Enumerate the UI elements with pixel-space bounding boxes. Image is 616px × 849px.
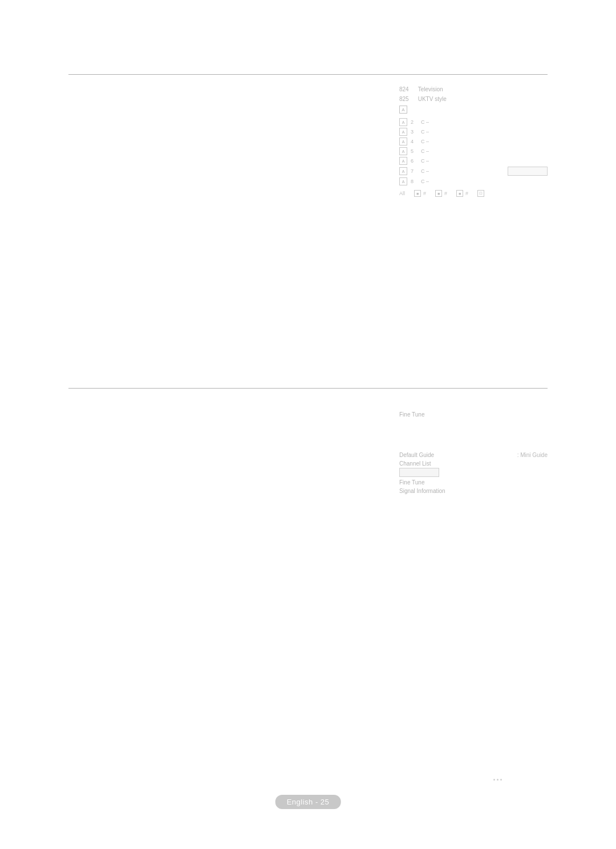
- channel-row-6: A 6 C –: [399, 157, 548, 165]
- toolbar-label-3: #: [465, 191, 468, 196]
- channel-name-uktv: UKTV style: [418, 96, 447, 102]
- channel-row-2: A 2 C –: [399, 118, 548, 126]
- channel-label-6: C –: [421, 158, 429, 164]
- toolbar-label-1: #: [423, 191, 426, 196]
- icon-a-box: A: [399, 106, 407, 114]
- fine-tune-menu-item: Fine Tune: [399, 479, 548, 486]
- channel-num-4: 4: [411, 139, 418, 144]
- fine-tune-menu-label: Fine Tune: [399, 479, 424, 486]
- menu-items: Default Guide : Mini Guide Channel List …: [399, 452, 548, 494]
- dot-2: [497, 779, 499, 781]
- channel-icon-6: A: [399, 157, 407, 165]
- toolbar-item-1: ■ #: [414, 190, 426, 197]
- channel-825: 825: [399, 96, 409, 102]
- channel-number-824: 824: [399, 86, 409, 92]
- channel-num-8: 8: [411, 179, 418, 184]
- channel-input-7[interactable]: [508, 167, 548, 176]
- default-guide-row: Default Guide : Mini Guide: [399, 452, 548, 458]
- bottom-divider: [68, 388, 548, 389]
- channel-header-2: 825 UKTV style: [399, 96, 548, 102]
- toolbar-icon-1: ■: [414, 190, 421, 197]
- top-section: 824 Television 825 UKTV style A: [68, 74, 548, 197]
- toolbar-icon-2: ■: [435, 190, 442, 197]
- channel-num-2: 2: [411, 119, 418, 125]
- channel-icon-5: A: [399, 147, 407, 155]
- channel-label-4: C –: [421, 139, 429, 144]
- channel-824: 824: [399, 86, 409, 92]
- bottom-toolbar: All ■ # ■ # ■ # ⊡: [399, 190, 548, 197]
- channel-list-input[interactable]: [399, 468, 439, 477]
- channel-rows: A 2 C – A 3 C – A 4 C –: [399, 118, 548, 185]
- default-guide-label: Default Guide: [399, 452, 434, 458]
- channel-icon-2: A: [399, 118, 407, 126]
- toolbar-icon-3: ■: [456, 190, 463, 197]
- page: 824 Television 825 UKTV style A: [0, 0, 616, 849]
- bottom-right-panel: Fine Tune Default Guide : Mini Guide Cha…: [399, 411, 548, 496]
- channel-label-7: C –: [421, 168, 429, 174]
- channel-icon-3: A: [399, 128, 407, 136]
- channel-row-8: A 8 C –: [399, 177, 548, 185]
- toolbar-item-2: ■ #: [435, 190, 447, 197]
- channel-row-7: A 7 C –: [399, 167, 548, 176]
- channel-icon-7: A: [399, 167, 407, 175]
- channel-label-8: C –: [421, 179, 429, 184]
- top-divider: [68, 74, 548, 75]
- signal-info-menu-item: Signal Information: [399, 488, 548, 494]
- channel-list-row: Channel List: [399, 460, 548, 477]
- channel-row-3: A 3 C –: [399, 128, 548, 136]
- channel-num-5: 5: [411, 148, 418, 154]
- channel-num-3: 3: [411, 129, 418, 135]
- channel-label-3: C –: [421, 129, 429, 135]
- toolbar-item-4: ⊡: [477, 190, 484, 197]
- bottom-decoration: [493, 779, 502, 781]
- channel-name-tv: Television: [418, 86, 443, 92]
- toolbar-all: All: [399, 191, 405, 196]
- icon-a-label: A: [402, 107, 404, 112]
- fine-tune-top-label: Fine Tune: [399, 411, 548, 418]
- page-badge: English - 25: [275, 795, 341, 809]
- channel-label-5: C –: [421, 148, 429, 154]
- toolbar-icon-4: ⊡: [477, 190, 484, 197]
- top-content: 824 Television 825 UKTV style A: [68, 86, 548, 197]
- channel-name-television: Television: [418, 86, 443, 92]
- signal-info-label: Signal Information: [399, 488, 445, 494]
- bottom-content: Fine Tune Default Guide : Mini Guide Cha…: [68, 411, 548, 496]
- page-badge-text: English - 25: [287, 798, 330, 806]
- channel-number-825: 825: [399, 96, 409, 102]
- channel-icon-8: A: [399, 177, 407, 185]
- channel-name-uktv-text: UKTV style: [418, 96, 447, 102]
- channel-label-2: C –: [421, 119, 429, 125]
- channel-row-5: A 5 C –: [399, 147, 548, 155]
- channel-num-7: 7: [411, 168, 418, 174]
- channel-header: 824 Television: [399, 86, 548, 92]
- dot-3: [500, 779, 502, 781]
- channel-icon-4: A: [399, 138, 407, 145]
- channel-list-label: Channel List: [399, 460, 431, 467]
- right-panel: 824 Television 825 UKTV style A: [399, 86, 548, 197]
- toolbar-all-label: All: [399, 191, 405, 196]
- bottom-section: Fine Tune Default Guide : Mini Guide Cha…: [68, 388, 548, 496]
- default-guide-value: : Mini Guide: [517, 452, 548, 458]
- channel-num-6: 6: [411, 158, 418, 164]
- channel-row-4: A 4 C –: [399, 138, 548, 145]
- toolbar-item-3: ■ #: [456, 190, 468, 197]
- toolbar-label-2: #: [444, 191, 447, 196]
- dot-1: [493, 779, 495, 781]
